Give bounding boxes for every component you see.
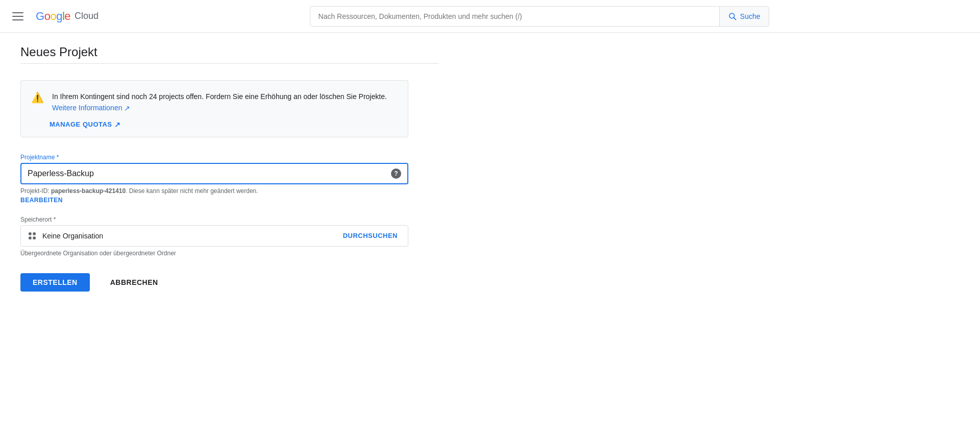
- page-title: Neues Projekt: [20, 45, 439, 59]
- svg-line-1: [733, 17, 736, 19]
- form-section: Projektname * ? Projekt-ID: paperless-ba…: [20, 154, 408, 292]
- speicherort-field-group: Speicherort * Keine Organisation DURCHSU…: [20, 216, 408, 257]
- search-button-label: Suche: [740, 12, 761, 20]
- svg-rect-2: [29, 232, 31, 235]
- divider: [20, 63, 439, 64]
- svg-rect-3: [33, 232, 36, 235]
- edit-project-id-link[interactable]: BEARBEITEN: [20, 197, 63, 204]
- search-icon: [728, 12, 737, 21]
- manage-quotas-link[interactable]: MANAGE QUOTAS ↗: [50, 120, 120, 129]
- help-icon[interactable]: ?: [391, 168, 401, 179]
- svg-rect-4: [29, 236, 31, 239]
- project-name-label: Projektname *: [20, 154, 408, 161]
- cloud-logo-text: Cloud: [75, 11, 99, 21]
- project-name-input[interactable]: [28, 169, 387, 178]
- speicherort-field-wrapper: Keine Organisation DURCHSUCHEN: [20, 225, 408, 247]
- warning-content: ⚠️ In Ihrem Kontingent sind noch 24 proj…: [31, 91, 398, 114]
- search-bar: Suche: [310, 6, 769, 27]
- weitere-informationen-link[interactable]: Weitere Informationen ↗: [52, 104, 130, 112]
- action-buttons: ERSTELLEN ABBRECHEN: [20, 273, 408, 292]
- speicherort-value: Keine Organisation: [42, 232, 103, 240]
- search-input[interactable]: [310, 7, 719, 26]
- svg-rect-5: [33, 236, 36, 239]
- speicherort-left: Keine Organisation: [27, 231, 103, 241]
- external-link-icon: ↗: [124, 104, 130, 112]
- warning-box: ⚠️ In Ihrem Kontingent sind noch 24 proj…: [20, 80, 408, 137]
- search-button[interactable]: Suche: [719, 7, 769, 26]
- google-cloud-logo[interactable]: Google Cloud: [36, 10, 99, 23]
- organisation-icon: [27, 231, 37, 241]
- abbrechen-button[interactable]: ABBRECHEN: [98, 273, 170, 292]
- main-content: Neues Projekt ⚠️ In Ihrem Kontingent sin…: [0, 33, 459, 304]
- warning-text: In Ihrem Kontingent sind noch 24 project…: [52, 91, 398, 114]
- speicherort-helper-text: Übergeordnete Organisation oder übergeor…: [20, 250, 408, 257]
- erstellen-button[interactable]: ERSTELLEN: [20, 273, 90, 292]
- speicherort-label: Speicherort *: [20, 216, 408, 223]
- menu-button[interactable]: [8, 8, 28, 25]
- external-link-icon-quotas: ↗: [114, 120, 121, 129]
- durchsuchen-button[interactable]: DURCHSUCHEN: [339, 232, 402, 239]
- google-logo-text: Google: [36, 10, 70, 23]
- project-name-field-group: Projektname * ? Projekt-ID: paperless-ba…: [20, 154, 408, 204]
- project-name-field-wrapper: ?: [20, 163, 408, 184]
- project-id-text: Projekt-ID: paperless-backup-421410. Die…: [20, 187, 408, 195]
- warning-icon: ⚠️: [31, 91, 44, 104]
- header: Google Cloud Suche: [0, 0, 980, 33]
